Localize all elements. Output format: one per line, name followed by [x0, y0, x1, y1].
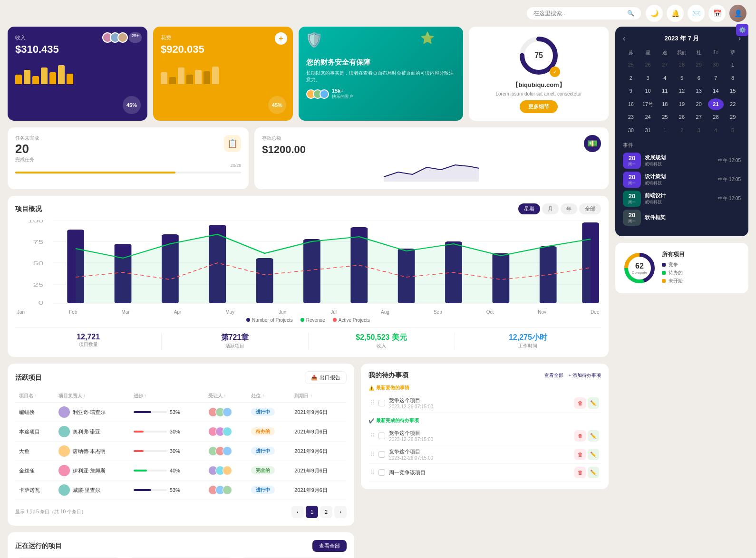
add-todo-link[interactable]: + 添加待办事项: [568, 372, 601, 379]
cal-day-5-next[interactable]: 5: [725, 125, 741, 137]
drag-handle-2[interactable]: ⠿: [370, 433, 375, 439]
customers-count: 15k+: [332, 88, 353, 94]
progress-track: [134, 489, 167, 491]
cal-day-9[interactable]: 9: [623, 85, 639, 97]
add-expense-button[interactable]: +: [275, 32, 287, 45]
more-details-button[interactable]: 更多细节: [520, 100, 558, 113]
notifications-button[interactable]: 🔔: [667, 5, 684, 22]
cal-day-1[interactable]: 1: [725, 59, 741, 71]
cal-day-4-next[interactable]: 4: [708, 125, 724, 137]
cal-day-20[interactable]: 20: [691, 98, 707, 111]
todo-date-1: 2023-12-26 07:15:00: [389, 404, 571, 409]
svg-text:25: 25: [33, 282, 44, 288]
cal-day-3-next[interactable]: 3: [691, 125, 707, 137]
cal-day-25[interactable]: 25: [657, 111, 673, 124]
search-box[interactable]: 🔍: [527, 7, 641, 19]
cal-day-27[interactable]: 27: [691, 111, 707, 124]
delete-todo-4-button[interactable]: 🗑: [574, 467, 586, 478]
todo-checkbox-4[interactable]: [378, 469, 385, 476]
cal-day-28-prev[interactable]: 28: [674, 59, 690, 71]
todo-checkbox-2[interactable]: [378, 433, 385, 439]
manager-avatar: [58, 465, 70, 476]
progress-fill: [134, 470, 147, 471]
drag-handle-1[interactable]: ⠿: [370, 400, 375, 406]
cal-day-15[interactable]: 15: [725, 85, 741, 97]
cal-day-30[interactable]: 30: [623, 125, 639, 137]
cal-day-26-prev[interactable]: 26: [640, 59, 656, 71]
cal-day-18[interactable]: 18: [657, 98, 673, 111]
bar-6: [58, 65, 65, 84]
cal-day-3[interactable]: 3: [640, 72, 656, 85]
drag-handle-3[interactable]: ⠿: [370, 451, 375, 458]
cal-day-2-next[interactable]: 2: [674, 125, 690, 137]
svg-text:0: 0: [39, 300, 44, 306]
edit-todo-2-button[interactable]: ✏️: [588, 430, 599, 442]
cal-day-30-prev[interactable]: 30: [708, 59, 724, 71]
cal-day-14[interactable]: 14: [708, 85, 724, 97]
settings-icon-container: ⚙️: [736, 24, 748, 36]
next-page-button[interactable]: ›: [334, 506, 347, 518]
calendar-settings-button[interactable]: ⚙️: [736, 24, 748, 36]
cal-day-4[interactable]: 4: [657, 72, 673, 85]
calendar-button[interactable]: 📅: [708, 5, 726, 22]
page-1-button[interactable]: 1: [306, 506, 318, 518]
prev-month-button[interactable]: ‹: [623, 34, 625, 43]
cal-day-24[interactable]: 24: [640, 111, 656, 124]
cal-day-21-today[interactable]: 21: [708, 98, 724, 111]
cal-day-6[interactable]: 6: [691, 72, 707, 85]
tab-all[interactable]: 全部: [579, 203, 601, 214]
cal-day-22[interactable]: 22: [725, 98, 741, 111]
cal-day-19[interactable]: 19: [674, 98, 690, 111]
view-all-todo-link[interactable]: 查看全部: [544, 372, 563, 379]
todo-checkbox-1[interactable]: [378, 400, 385, 406]
cal-day-5[interactable]: 5: [674, 72, 690, 85]
cal-day-10[interactable]: 10: [640, 85, 656, 97]
star-icon: ⭐: [420, 31, 435, 45]
theme-toggle-button[interactable]: 🌙: [646, 5, 663, 22]
delete-todo-2-button[interactable]: 🗑: [574, 430, 586, 442]
view-all-button[interactable]: 查看全部: [312, 540, 347, 552]
cal-day-25-prev[interactable]: 25: [623, 59, 639, 71]
project-donut-label: Compete: [632, 270, 647, 274]
expense-label: 花费: [161, 35, 171, 40]
tab-month[interactable]: 月: [542, 203, 559, 214]
edit-todo-4-button[interactable]: ✏️: [588, 467, 599, 478]
cal-day-7[interactable]: 7: [708, 72, 724, 85]
search-input[interactable]: [533, 10, 623, 17]
row-assignees: [204, 461, 248, 481]
event-name-3: 前端设计: [645, 192, 714, 199]
cal-day-16[interactable]: 16: [623, 98, 639, 111]
cal-day-2[interactable]: 2: [623, 72, 639, 85]
cal-day-31[interactable]: 31: [640, 125, 656, 137]
cal-day-29[interactable]: 29: [725, 111, 741, 124]
prev-page-button[interactable]: ‹: [291, 506, 304, 518]
cal-day-12[interactable]: 12: [674, 85, 690, 97]
cal-day-26[interactable]: 26: [674, 111, 690, 124]
cal-day-27-prev[interactable]: 27: [657, 59, 673, 71]
projects-table: 项目名 ↑ 项目负责人 ↑ 进步 ↑ 受让人 ↑ 处位 ↑ 到期日 ↑ 蝙蝠侠: [15, 390, 347, 500]
cal-day-29-prev[interactable]: 29: [691, 59, 707, 71]
page-2-button[interactable]: 2: [320, 506, 332, 518]
cal-day-23[interactable]: 23: [623, 111, 639, 124]
delete-todo-1-button[interactable]: 🗑: [574, 397, 586, 409]
cal-day-17[interactable]: 17号: [640, 98, 656, 111]
tab-year[interactable]: 年: [561, 203, 577, 214]
delete-todo-3-button[interactable]: 🗑: [574, 449, 586, 460]
tab-week[interactable]: 星期: [518, 203, 540, 214]
row-progress: 53%: [130, 403, 204, 422]
export-button[interactable]: 📤 出口报告: [305, 371, 347, 384]
table-body: 蝙蝠侠 利亚奇·瑞查尔: [15, 403, 347, 500]
cal-day-11[interactable]: 11: [657, 85, 673, 97]
cal-day-28[interactable]: 28: [708, 111, 724, 124]
stat-active-key: 活跃项目: [162, 343, 308, 349]
edit-todo-3-button[interactable]: ✏️: [588, 449, 599, 460]
todo-checkbox-3[interactable]: [378, 451, 385, 458]
cal-day-1-next[interactable]: 1: [657, 125, 673, 137]
edit-todo-1-button[interactable]: ✏️: [588, 397, 599, 409]
drag-handle-4[interactable]: ⠿: [370, 469, 375, 476]
mail-button[interactable]: ✉️: [688, 5, 705, 22]
user-avatar[interactable]: 👤: [729, 5, 746, 22]
cal-day-13[interactable]: 13: [691, 85, 707, 97]
cal-day-8[interactable]: 8: [725, 72, 741, 85]
savings-label: 存款总额: [262, 135, 306, 142]
